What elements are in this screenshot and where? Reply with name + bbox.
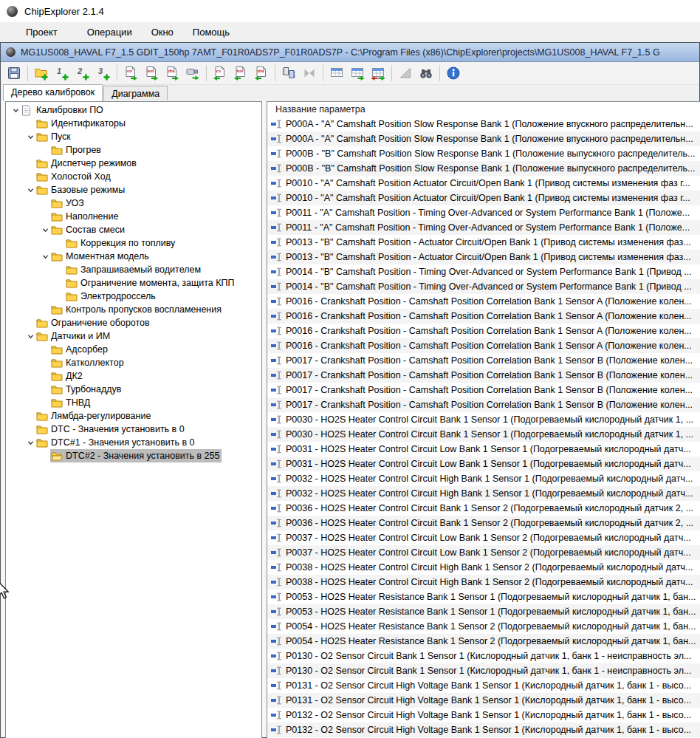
tree-item[interactable]: Запрашиваемый водителем xyxy=(6,263,261,276)
parameter-row[interactable]: P0014 - "B" Camshaft Position - Timing O… xyxy=(267,279,700,294)
parameter-row[interactable]: P0016 - Crankshaft Position - Camshaft P… xyxy=(267,338,700,353)
menu-operations[interactable]: Операции xyxy=(78,24,142,41)
table-sync-button[interactable] xyxy=(368,64,388,83)
tab-diagram[interactable]: Диаграмма xyxy=(103,86,168,101)
parameter-row[interactable]: P0132 - O2 Sensor Circuit High Voltage B… xyxy=(267,708,700,722)
menu-help[interactable]: Помощь xyxy=(183,24,239,41)
import-bin-button[interactable]: bin xyxy=(231,64,250,83)
add-project-button[interactable] xyxy=(32,64,51,83)
tree-item[interactable]: DTC - Значения установить в 0 xyxy=(6,423,261,436)
tree-item[interactable]: Катколлектор xyxy=(6,356,261,369)
tree-item[interactable]: Диспетчер режимов xyxy=(6,157,261,170)
tree-item[interactable]: Холостой Ход xyxy=(6,170,261,183)
export-usb-button[interactable] xyxy=(183,64,202,83)
tab-calibration-tree[interactable]: Дерево калибровок xyxy=(3,84,103,101)
tree-item[interactable]: Идентификаторы xyxy=(6,117,261,130)
parameter-row[interactable]: P0131 - O2 Sensor Circuit High Voltage B… xyxy=(267,678,700,693)
tree-item[interactable]: Состав смеси xyxy=(6,223,261,236)
export-bin-button[interactable]: bin xyxy=(142,64,161,83)
find-button[interactable] xyxy=(416,64,436,83)
parameter-row[interactable]: P0130 - O2 Sensor Circuit Bank 1 Sensor … xyxy=(267,649,700,663)
parameter-row[interactable]: P0010 - "A" Camshaft Position Actuator C… xyxy=(267,191,700,205)
tree-expand-toggle[interactable] xyxy=(40,253,50,260)
parameter-row[interactable]: P0010 - "A" Camshaft Position Actuator C… xyxy=(267,176,700,191)
tree-item[interactable]: Пуск xyxy=(6,130,261,143)
parameter-row[interactable]: P000B - "B" Camshaft Position Slow Respo… xyxy=(267,161,700,176)
parameter-row[interactable]: P000A - "A" Camshaft Position Slow Respo… xyxy=(267,131,700,146)
parameter-row[interactable]: P0014 - "B" Camshaft Position - Timing O… xyxy=(267,264,700,279)
parameter-row[interactable]: P0037 - HO2S Heater Control Circuit Low … xyxy=(267,530,700,545)
add-slot-3-button[interactable]: 3 xyxy=(94,64,113,83)
tree-item[interactable]: Моментная модель xyxy=(6,250,261,263)
project-window-titlebar[interactable]: MG1US008_HAVAL F7_1.5 GDIT_150hp 7AMT_F0… xyxy=(1,43,699,62)
export-dta-button[interactable]: dta xyxy=(162,64,182,83)
tree-item[interactable]: Прогрев xyxy=(6,143,261,157)
tree-expand-toggle[interactable] xyxy=(40,227,50,233)
parameter-row[interactable]: P0031 - HO2S Heater Control Circuit Low … xyxy=(267,442,700,457)
tree-item-selected[interactable]: DTC#2 - Значения установить в 255 xyxy=(6,449,261,462)
tree-item[interactable]: Калибровки ПО xyxy=(6,103,261,117)
export-ori-button[interactable]: ori xyxy=(121,64,140,83)
parameter-row[interactable]: P0054 - HO2S Heater Resistance Bank 1 Se… xyxy=(267,634,700,649)
tree-item[interactable]: Датчики и ИМ xyxy=(6,329,261,343)
save-button[interactable] xyxy=(4,64,24,83)
tree-item[interactable]: Адсорбер xyxy=(6,343,261,356)
info-button[interactable] xyxy=(444,64,463,83)
add-slot-2-button[interactable]: 2 xyxy=(73,64,92,83)
parameter-row[interactable]: P0013 - "B" Camshaft Position - Actuator… xyxy=(267,250,700,264)
table-view-button[interactable] xyxy=(327,64,346,83)
parameter-row[interactable]: P0013 - "B" Camshaft Position - Actuator… xyxy=(267,235,700,250)
parameter-row[interactable]: P0037 - HO2S Heater Control Circuit Low … xyxy=(267,545,700,560)
parameter-row[interactable]: P0130 - O2 Sensor Circuit Bank 1 Sensor … xyxy=(267,663,700,678)
parameter-row[interactable]: P0038 - HO2S Heater Control Circuit High… xyxy=(267,560,700,575)
tree-item[interactable]: ДК2 xyxy=(6,369,261,383)
parameter-row[interactable]: P0032 - HO2S Heater Control Circuit High… xyxy=(267,471,700,486)
parameter-row[interactable]: P000A - "A" Camshaft Position Slow Respo… xyxy=(267,117,700,131)
import-dta-button[interactable]: dta xyxy=(252,64,271,83)
tree-item[interactable]: Электродроссель xyxy=(6,290,261,303)
parameter-row[interactable]: P0038 - HO2S Heater Control Circuit High… xyxy=(267,575,700,590)
tree-item[interactable]: Базовые режимы xyxy=(6,183,261,197)
tree-item[interactable]: ТНВД xyxy=(6,396,261,409)
tree-item[interactable]: УОЗ xyxy=(6,197,261,210)
tree-expand-toggle[interactable] xyxy=(25,134,35,140)
parameter-row[interactable]: P0032 - HO2S Heater Control Circuit High… xyxy=(267,486,700,501)
parameter-row[interactable]: P0131 - O2 Sensor Circuit High Voltage B… xyxy=(267,693,700,708)
menu-window[interactable]: Окно xyxy=(142,24,183,41)
parameter-row[interactable]: P0017 - Crankshaft Position - Camshaft P… xyxy=(267,397,700,412)
chip-io-button[interactable] xyxy=(279,64,298,83)
tree-item[interactable]: Ограничение оборотов xyxy=(6,316,261,329)
parameter-row[interactable]: P000B - "B" Camshaft Position Slow Respo… xyxy=(267,146,700,161)
tree-expand-toggle[interactable] xyxy=(25,440,35,446)
parameter-row[interactable]: P0016 - Crankshaft Position - Camshaft P… xyxy=(267,324,700,338)
parameter-row[interactable]: P0132 - O2 Sensor Circuit High Voltage B… xyxy=(267,722,700,737)
parameter-row[interactable]: P0016 - Crankshaft Position - Camshaft P… xyxy=(267,294,700,309)
parameter-row[interactable]: P0011 - "A" Camshaft Position - Timing O… xyxy=(267,220,700,235)
tree-item[interactable]: Ограничение момента, защита КПП xyxy=(6,276,261,290)
tree-item[interactable]: Лямбда-регулирование xyxy=(6,409,261,423)
parameter-row[interactable]: P0031 - HO2S Heater Control Circuit Low … xyxy=(267,457,700,471)
tree-item[interactable]: DTC#1 - Значения установить в 0 xyxy=(6,436,261,449)
parameter-row[interactable]: P0030 - HO2S Heater Control Circuit Bank… xyxy=(267,427,700,442)
import-cs-button[interactable]: cs xyxy=(210,64,230,83)
add-slot-1-button[interactable]: 1 xyxy=(52,64,72,83)
tree-item[interactable]: Наполнение xyxy=(6,210,261,223)
parameter-row[interactable]: P0017 - Crankshaft Position - Camshaft P… xyxy=(267,353,700,368)
table-export-button[interactable] xyxy=(348,64,367,83)
tree-item[interactable]: Контроль пропусков воспламенения xyxy=(6,303,261,316)
menu-project[interactable]: Проект xyxy=(16,24,67,41)
parameter-row[interactable]: P0036 - HO2S Heater Control Circuit Bank… xyxy=(267,501,700,516)
parameter-row[interactable]: P0053 - HO2S Heater Resistance Bank 1 Se… xyxy=(267,590,700,604)
parameter-row[interactable]: P0011 - "A" Camshaft Position - Timing O… xyxy=(267,205,700,220)
tree-item[interactable]: Коррекция по топливу xyxy=(6,236,261,250)
parameter-row[interactable]: P0054 - HO2S Heater Resistance Bank 1 Se… xyxy=(267,619,700,634)
parameter-row[interactable]: P0016 - Crankshaft Position - Camshaft P… xyxy=(267,309,700,324)
parameter-row[interactable]: P0053 - HO2S Heater Resistance Bank 1 Se… xyxy=(267,604,700,619)
tree-item[interactable]: Турбонаддув xyxy=(6,383,261,396)
parameter-row[interactable]: P0017 - Crankshaft Position - Camshaft P… xyxy=(267,368,700,383)
tree-expand-toggle[interactable] xyxy=(25,187,35,194)
parameter-row[interactable]: P0030 - HO2S Heater Control Circuit Bank… xyxy=(267,412,700,427)
parameter-row[interactable]: P0017 - Crankshaft Position - Camshaft P… xyxy=(267,383,700,397)
tree-expand-toggle[interactable] xyxy=(25,333,35,340)
tree-expand-toggle[interactable] xyxy=(10,107,21,114)
